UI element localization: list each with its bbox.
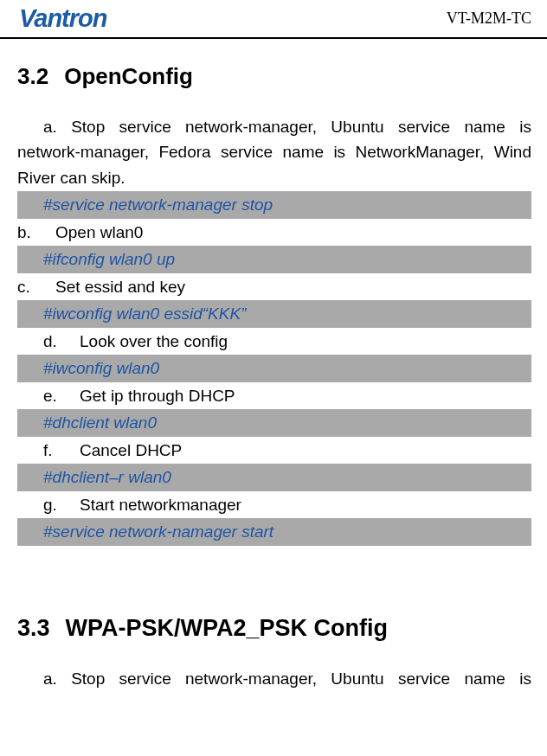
item-text: Cancel DHCP (80, 441, 182, 459)
list-item: a. Stop service network-manager, Ubuntu … (17, 666, 531, 691)
item-text: Look over the config (80, 332, 228, 350)
item-text: Get ip through DHCP (80, 387, 235, 405)
page-header: Vantron VT-M2M-TC (0, 0, 547, 39)
section-3-3-heading: 3.3WPA-PSK/WPA2_PSK Config (17, 615, 531, 642)
item-marker: a. (43, 114, 57, 139)
logo: Vantron (19, 4, 106, 33)
list-item: c.Set essid and key (17, 274, 531, 299)
item-marker: g. (43, 492, 80, 517)
document-id: VT-M2M-TC (447, 10, 531, 28)
list-item: f.Cancel DHCP (17, 438, 531, 463)
list-item: e.Get ip through DHCP (17, 383, 531, 408)
command-block: #dhclient wlan0 (17, 409, 531, 437)
item-text: Open wlan0 (55, 223, 143, 241)
command-block: #ifconfig wlan0 up (17, 246, 531, 273)
content-area: 3.2OpenConfig a. Stop service network-ma… (0, 63, 547, 691)
list-item: d.Look over the config (17, 329, 531, 354)
command-block: #iwconfig wlan0 essid“KKK” (17, 300, 531, 328)
item-marker: d. (43, 329, 80, 354)
list-item: g.Start networkmanager (17, 492, 531, 517)
command-block: #service network-namager start (17, 518, 531, 546)
item-text: Set essid and key (55, 278, 185, 296)
command-block: #dhclient–r wlan0 (17, 464, 531, 491)
list-item-cont: network-manager, Fedora service name is … (17, 139, 531, 164)
section-3-2-heading: 3.2OpenConfig (17, 63, 531, 90)
item-marker: c. (17, 274, 55, 299)
item-marker: a. (43, 666, 57, 691)
section-title: OpenConfig (64, 63, 193, 89)
list-item: a. Stop service network-manager, Ubuntu … (17, 114, 531, 139)
command-block: #service network-manager stop (17, 191, 531, 219)
list-item-cont: River can skip. (17, 165, 531, 190)
command-block: #iwconfig wlan0 (17, 355, 531, 382)
item-marker: b. (17, 220, 55, 245)
item-text: Start networkmanager (80, 496, 241, 514)
section-number: 3.3 (17, 615, 50, 642)
section-number: 3.2 (17, 63, 48, 90)
section-title: WPA-PSK/WPA2_PSK Config (66, 615, 389, 641)
list-item: b.Open wlan0 (17, 220, 531, 245)
item-marker: f. (43, 438, 80, 463)
item-marker: e. (43, 383, 80, 408)
